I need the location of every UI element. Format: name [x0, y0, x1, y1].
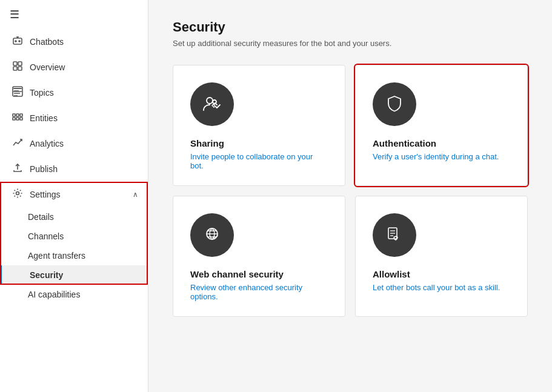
svg-rect-14 — [20, 114, 22, 116]
sidebar-header: ☰ — [0, 0, 148, 29]
analytics-label: Analytics — [30, 139, 64, 148]
svg-rect-15 — [20, 118, 22, 120]
allowlist-card-title: Allowlist — [373, 269, 510, 279]
sidebar: ☰ Chatbots — [0, 0, 148, 392]
svg-rect-7 — [18, 67, 22, 70]
allowlist-card-desc: Let other bots call your bot as a skill. — [373, 283, 510, 292]
sidebar-item-topics[interactable]: Topics — [0, 80, 148, 105]
svg-rect-6 — [13, 67, 17, 70]
sharing-card-desc: Invite people to collaborate on your bot… — [190, 152, 328, 170]
entities-label: Entities — [30, 113, 58, 123]
security-label: Security — [30, 270, 63, 280]
auth-icon-circle — [373, 82, 416, 126]
sharing-card[interactable]: Sharing Invite people to collaborate on … — [173, 65, 345, 186]
sidebar-item-agent-transfers[interactable]: Agent transfers — [0, 246, 148, 265]
svg-rect-0 — [13, 38, 22, 44]
page-subtitle: Set up additional security measures for … — [173, 39, 528, 48]
allowlist-icon-circle — [373, 213, 416, 257]
sharing-icon — [201, 93, 223, 115]
overview-label: Overview — [30, 62, 65, 72]
auth-card-desc: Verify a user's identity during a chat. — [373, 152, 510, 161]
main-content: Security Set up additional security meas… — [148, 0, 552, 392]
sidebar-item-security[interactable]: Security — [0, 265, 148, 285]
analytics-icon — [12, 137, 24, 150]
sidebar-item-chatbots[interactable]: Chatbots — [0, 29, 148, 55]
overview-icon — [12, 61, 24, 74]
hamburger-icon[interactable]: ☰ — [10, 8, 19, 21]
sidebar-item-overview[interactable]: Overview — [0, 55, 148, 80]
allowlist-icon — [384, 224, 405, 246]
details-label: Details — [28, 212, 54, 222]
settings-group: Settings ∧ Details Channels Agent transf… — [0, 182, 148, 285]
settings-icon — [12, 188, 24, 201]
web-channel-icon — [201, 224, 223, 246]
sharing-icon-circle — [190, 82, 234, 126]
ai-capabilities-label: AI capabilities — [28, 290, 80, 299]
entities-icon — [12, 111, 24, 125]
svg-rect-12 — [16, 114, 19, 116]
chevron-up-icon: ∧ — [133, 190, 138, 199]
sharing-card-title: Sharing — [190, 138, 328, 148]
auth-card-title: Authentication — [373, 138, 510, 148]
web-channel-card[interactable]: Web channel security Review other enhanc… — [173, 196, 345, 317]
svg-point-16 — [16, 192, 19, 195]
svg-point-17 — [207, 98, 213, 104]
cards-grid: Sharing Invite people to collaborate on … — [173, 65, 528, 317]
svg-rect-4 — [13, 62, 17, 65]
svg-point-2 — [19, 41, 20, 42]
web-channel-card-title: Web channel security — [190, 269, 328, 279]
sidebar-item-publish[interactable]: Publish — [0, 156, 148, 182]
sidebar-item-channels[interactable]: Channels — [0, 227, 148, 246]
svg-point-18 — [213, 100, 216, 104]
channels-label: Channels — [28, 231, 64, 241]
topics-icon — [12, 86, 24, 99]
authentication-icon — [384, 93, 405, 115]
sidebar-item-settings[interactable]: Settings ∧ — [0, 182, 148, 207]
authentication-card[interactable]: Authentication Verify a user's identity … — [355, 65, 528, 186]
web-channel-icon-circle — [190, 213, 234, 257]
svg-rect-10 — [13, 114, 15, 116]
sidebar-nav: Chatbots Overview — [0, 29, 148, 392]
sidebar-item-entities[interactable]: Entities — [0, 105, 148, 131]
svg-point-1 — [15, 41, 16, 42]
sidebar-item-analytics[interactable]: Analytics — [0, 131, 148, 156]
publish-icon — [12, 162, 24, 176]
publish-label: Publish — [30, 164, 58, 174]
sidebar-item-details[interactable]: Details — [0, 207, 148, 227]
chatbots-label: Chatbots — [30, 37, 64, 47]
page-title: Security — [173, 19, 528, 35]
svg-rect-5 — [18, 62, 22, 65]
topics-label: Topics — [30, 88, 54, 98]
settings-label: Settings — [30, 190, 61, 199]
svg-rect-13 — [16, 118, 19, 120]
sidebar-item-ai-capabilities[interactable]: AI capabilities — [0, 285, 148, 304]
agent-transfers-label: Agent transfers — [28, 251, 85, 261]
chatbots-icon — [12, 35, 24, 48]
allowlist-card[interactable]: Allowlist Let other bots call your bot a… — [355, 196, 528, 317]
web-channel-card-desc: Review other enhanced security options. — [190, 283, 328, 301]
svg-rect-11 — [13, 118, 15, 120]
